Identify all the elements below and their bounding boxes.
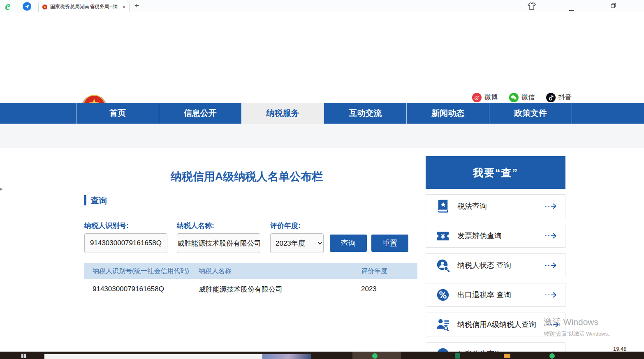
dashed-arrow-icon [547,321,559,328]
douyin-link[interactable]: 抖音 [546,93,572,102]
law-book-icon [436,199,450,213]
dashed-arrow-icon [544,203,557,209]
sidebar-item-credit-a-search[interactable]: 纳税信用A级纳税人查询 [426,313,565,336]
year-select[interactable]: 2023年度 [270,233,324,253]
nav-item-tax-service[interactable]: 纳税服务 [241,103,324,124]
taxpayer-id-input[interactable] [84,233,167,253]
site-header: 中国税务 国家税务总局湖南省税务局 Hunan Provincial Tax S… [0,44,644,103]
year-label: 评价年度: [270,221,301,230]
screen: e 国家税务总局湖南省税务局--纳 × + ← → ⌂ [0,0,644,359]
sidebar-item-label: 纳税人状态 查询 [457,260,511,270]
restore-button[interactable] [611,2,616,10]
windows-taskbar[interactable]: 19:48 [0,352,644,359]
file-explorer-icon[interactable] [504,354,510,358]
nav-item-interaction[interactable]: 互动交流 [324,103,406,124]
weibo-link[interactable]: 微博 [472,93,498,102]
reset-button[interactable]: 重置 [371,235,408,252]
dashed-arrow-icon [544,232,557,239]
site-topbar: 简体 | 繁體 | 无障碍阅读 中华人民共和国中央人民政府 | 国家税务总局 |… [0,27,644,44]
tab-favicon [42,4,48,10]
sidebar: 我要“查” 税法查询 ¥ 发票辨伪查询 [426,156,565,189]
col-header-taxpayer-name: 纳税人名称 [190,263,353,279]
col-header-year: 评价年度 [353,263,417,279]
dashed-arrow-icon [544,292,557,298]
tab-title: 国家税务总局湖南省税务局--纳 [50,3,120,10]
table-row[interactable]: 91430300079161658Q 威胜能源技术股份有限公司 2023 [84,279,417,299]
restore-icon [611,3,616,8]
sidebar-item-export-rebate[interactable]: 出口退税率 查询 [426,283,565,307]
douyin-icon [546,93,556,102]
credit-a-icon [436,318,450,331]
main-nav: 首页 信息公开 纳税服务 互动交流 新闻动态 政策文件 [0,103,644,124]
sidebar-item-label: 发票辨伪查询 [457,231,502,241]
invoice-icon: ¥ [436,229,450,243]
account-icon[interactable] [23,2,31,11]
wechat-label: 微信 [521,93,535,102]
start-button-icon[interactable] [21,354,26,358]
browser-tab[interactable]: 国家税务总局湖南省税务局--纳 × [38,1,130,12]
weibo-label: 微博 [484,93,498,102]
minimize-icon [569,10,574,11]
new-tab-button[interactable]: + [134,1,139,10]
section-accent-bar [84,195,86,205]
sidebar-item-label: 出口退税率 查询 [457,290,511,300]
taskbar-app-icon[interactable] [455,353,460,359]
tshirt-icon [528,2,536,10]
svg-text:¥: ¥ [441,232,445,240]
taskbar-app-icon[interactable] [549,353,555,359]
results-table: 纳税人识别号(统一社会信用代码) 纳税人名称 评价年度 914303000791… [84,263,417,299]
tab-close-icon[interactable]: × [123,4,126,10]
col-header-taxpayer-id: 纳税人识别号(统一社会信用代码) [84,263,190,279]
taxpayer-name-label: 纳税人名称: [177,221,214,230]
nav-item-policy[interactable]: 政策文件 [489,103,572,124]
wechat-icon [509,93,519,102]
nav-item-home[interactable]: 首页 [76,103,159,124]
sidebar-item-invoice-check[interactable]: ¥ 发票辨伪查询 [426,224,565,248]
cell-year: 2023 [353,279,417,299]
sidebar-item-tax-law[interactable]: 税法查询 [426,194,565,218]
sidebar-item-label: 纳税信用A级纳税人查询 [457,320,536,329]
dashed-arrow-icon [544,262,557,269]
taskbar-search-image [262,354,311,359]
sidebar-item-label: 税法查询 [457,201,487,211]
browser-toolbar: ← → ⌂ 证 党政机关 http://hunan.chinatax.gov.c… [0,12,644,27]
taskbar-clock: 19:48 [613,346,627,352]
page-title: 纳税信用A级纳税人名单公布栏 [76,169,417,184]
section-divider [84,211,409,211]
side-panel-expander[interactable]: ▶ [0,187,3,191]
export-rebate-icon [436,288,450,302]
taskbar-active-app[interactable] [352,352,401,359]
douyin-label: 抖音 [558,93,572,102]
browser-logo-icon[interactable]: e [5,0,16,12]
nav-item-news[interactable]: 新闻动态 [406,103,489,124]
sidebar-item-taxpayer-status[interactable]: 纳税人状态 查询 [426,253,565,277]
taxpayer-name-input[interactable] [177,233,260,253]
breadcrumb-band: 首页 > 纳税服务 > 纳税信用A级纳税人查询 [0,124,644,148]
wechat-link[interactable]: 微信 [509,93,535,102]
taxpayer-id-label: 纳税人识别号: [84,221,129,230]
table-header-row: 纳税人识别号(统一社会信用代码) 纳税人名称 评价年度 [84,263,417,279]
nav-item-info[interactable]: 信息公开 [159,103,241,124]
taskbar-search-box[interactable] [44,354,311,359]
browser-tab-strip: e 国家税务总局湖南省税务局--纳 × + [0,0,644,12]
minimize-button[interactable] [569,5,574,13]
weibo-icon [472,93,482,102]
query-button[interactable]: 查询 [330,235,367,252]
cell-taxpayer-id: 91430300079161658Q [84,279,190,299]
paper-plane-icon [25,4,30,9]
browser-taskbar-icon [372,353,378,359]
taxpayer-status-icon [436,258,450,272]
section-title: 查询 [90,195,107,206]
sidebar-title: 我要“查” [426,156,565,189]
theme-skin-icon[interactable] [528,2,536,12]
cell-taxpayer-name: 威胜能源技术股份有限公司 [190,279,353,299]
